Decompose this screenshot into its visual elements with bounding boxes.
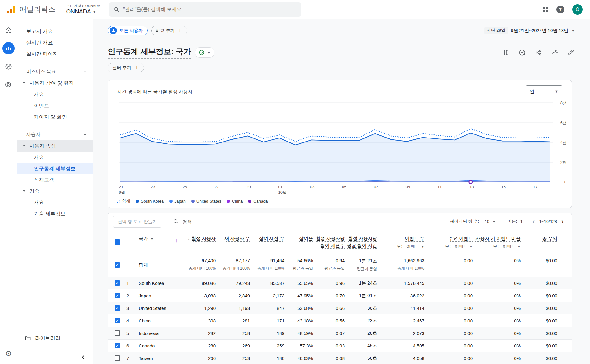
metric-value: 0.00: [424, 302, 473, 314]
previous-page-icon[interactable]: ‹: [531, 218, 536, 225]
chevron-up-icon[interactable]: [83, 70, 87, 74]
sidebar-item-기술 세부정보[interactable]: 기술 세부정보: [17, 208, 93, 219]
help-icon[interactable]: ?: [556, 6, 564, 13]
sidebar-group-사용자 참여 및 유지[interactable]: 사용자 참여 및 유지: [17, 77, 93, 89]
page-title[interactable]: 인구통계 세부정보: 국가: [108, 46, 191, 59]
x-tick-label: 07: [374, 185, 378, 189]
legend-dot-icon: [117, 200, 120, 203]
column-header-9[interactable]: 사용자 키 이벤트 비율모든 이벤트▼: [473, 235, 521, 249]
table-search-input[interactable]: [182, 219, 274, 224]
legend-label: South Korea: [141, 199, 164, 204]
share-icon[interactable]: [535, 49, 542, 56]
sidebar-item-이벤트[interactable]: 이벤트: [17, 100, 93, 111]
all-users-chip[interactable]: 모든 사용자: [108, 26, 148, 35]
column-header-10[interactable]: 총 수익: [521, 235, 557, 249]
explore-icon[interactable]: [2, 61, 15, 73]
legend-dot-icon: [136, 200, 139, 203]
totals-value: 1,662,963총계 대비 100%: [377, 258, 424, 272]
analytics-logo[interactable]: 애널리틱스: [0, 5, 56, 14]
compare-report-icon[interactable]: [503, 49, 509, 56]
column-header-4[interactable]: 참여율: [284, 235, 313, 249]
account-switcher[interactable]: 모든 계정 > ONNADA ONNADA ▼: [66, 4, 101, 15]
sidebar-item-개요[interactable]: 개요: [17, 197, 93, 208]
column-header-2[interactable]: 새 사용자 수: [216, 235, 250, 249]
totals-value: 0.00: [424, 258, 473, 272]
sidebar-item-잠재고객[interactable]: 잠재고객: [17, 174, 93, 186]
column-header-8[interactable]: 주요 이벤트모든 이벤트▼: [424, 235, 473, 249]
row-checkbox[interactable]: ✓: [115, 280, 120, 286]
add-comparison-chip[interactable]: 비교 추가 ＋: [151, 26, 187, 35]
goto-page-value[interactable]: 1: [520, 219, 522, 224]
sidebar-item-library[interactable]: 라이브러리: [17, 332, 93, 344]
row-checkbox[interactable]: ✓: [115, 318, 120, 323]
totals-value: 91,464총계 대비 100%: [250, 258, 284, 272]
plot-selected-rows-button[interactable]: 선택 행 도표 만들기: [113, 216, 161, 228]
sidebar-group-기술[interactable]: 기술: [17, 186, 93, 197]
column-header-3[interactable]: 참여 세션 수: [250, 235, 284, 249]
chevron-up-icon[interactable]: [83, 133, 87, 137]
advertising-icon[interactable]: [2, 79, 15, 91]
metric-value: 171: [250, 314, 284, 327]
divider: [61, 4, 61, 15]
rows-per-page-value[interactable]: 10: [485, 219, 489, 224]
sidebar-item-개요[interactable]: 개요: [17, 89, 93, 100]
filter-label: 모든 이벤트: [445, 244, 467, 249]
table-search[interactable]: [173, 219, 274, 224]
sidebar-item-보고서 개요[interactable]: 보고서 개요: [17, 26, 93, 37]
chevron-down-icon[interactable]: ▼: [493, 220, 496, 223]
column-header-7[interactable]: 이벤트 수모든 이벤트▼: [377, 235, 424, 249]
collapse-sidebar-button[interactable]: [80, 354, 86, 360]
y-axis-tick: 2천: [554, 160, 566, 165]
reports-icon[interactable]: [2, 42, 15, 54]
settings-gear-icon[interactable]: ⚙: [5, 349, 12, 358]
sidebar-item-개요[interactable]: 개요: [17, 152, 93, 163]
row-checkbox[interactable]: [115, 330, 120, 336]
add-filter-chip[interactable]: 필터 추가 ＋: [108, 63, 144, 72]
next-page-icon[interactable]: ›: [560, 218, 565, 225]
edit-pencil-icon[interactable]: [567, 49, 574, 56]
country-name: Canada: [139, 340, 185, 352]
report-status-pill[interactable]: ▼: [195, 47, 214, 58]
metric-value: 180: [250, 352, 284, 364]
search-input[interactable]: [123, 7, 296, 12]
row-checkbox[interactable]: ✓: [115, 343, 120, 348]
x-tick-month-label: 10월: [278, 190, 286, 195]
row-rank: 6: [126, 340, 139, 352]
dimension-header[interactable]: 국가▼: [139, 236, 154, 242]
column-filter[interactable]: 모든 이벤트▼: [445, 244, 473, 249]
sidebar-group-사용자 속성[interactable]: 사용자 속성: [17, 140, 93, 152]
sidebar-item-인구통계 세부정보[interactable]: 인구통계 세부정보: [17, 163, 93, 174]
row-rank: 4: [126, 314, 139, 327]
row-rank: 5: [126, 327, 139, 339]
sidebar-item-실시간 페이지[interactable]: 실시간 페이지: [17, 48, 93, 60]
sidebar-item-페이지 및 화면[interactable]: 페이지 및 화면: [17, 111, 93, 123]
avatar[interactable]: O: [572, 4, 583, 15]
row-checkbox[interactable]: ✓: [115, 262, 120, 268]
row-checkbox[interactable]: [115, 355, 120, 361]
column-header-5[interactable]: 활성 사용자당 참여 세션수: [313, 235, 345, 249]
metric-value: 0.93: [313, 340, 345, 352]
interval-select[interactable]: 일 ▼: [526, 85, 562, 97]
home-icon[interactable]: [2, 24, 15, 36]
totals-value: 54.66%평균과 동일: [284, 258, 313, 272]
totals-sub-note: 평균과 동일: [315, 266, 345, 271]
x-axis-tick: 05: [342, 185, 346, 189]
metric-value: 1,193: [216, 302, 250, 314]
divider: [17, 126, 93, 126]
apps-grid-icon[interactable]: [543, 7, 548, 12]
search-icon: [114, 6, 119, 13]
sidebar-item-실시간 개요[interactable]: 실시간 개요: [17, 37, 93, 48]
row-checkbox[interactable]: ✓: [115, 305, 120, 311]
explore-report-icon[interactable]: [519, 49, 526, 56]
column-filter[interactable]: 모든 이벤트▼: [493, 244, 521, 249]
column-header-1[interactable]: ↓활성 사용자: [185, 235, 216, 249]
column-filter[interactable]: 모든 이벤트▼: [397, 244, 424, 249]
goto-label: 이동:: [508, 219, 517, 224]
date-range-picker[interactable]: 지난 28일 9월 21일~2024년 10월 18일 ▼: [484, 27, 575, 34]
column-header-6[interactable]: 활성 사용자당 평균 참여 시간: [345, 235, 377, 249]
insights-icon[interactable]: [551, 49, 558, 56]
row-checkbox[interactable]: ✓: [115, 293, 120, 298]
row-checkbox[interactable]: [115, 239, 120, 245]
add-column-button[interactable]: ＋: [173, 236, 180, 245]
global-search[interactable]: [109, 2, 301, 17]
